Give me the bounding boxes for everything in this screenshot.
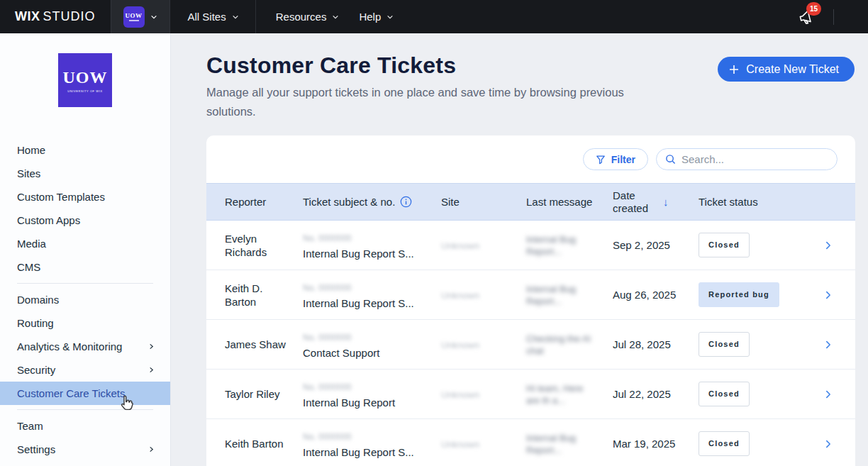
topbar-divider [255,0,256,33]
top-menu-resources[interactable]: Resources [266,0,350,33]
sidebar-item-label: Media [17,238,155,250]
ticket-status-cell: Reported bug [699,282,808,307]
sidebar: UOW UNIVERSITY OF WIX HomeSitesCustom Te… [0,33,171,466]
sidebar-item-custom-apps[interactable]: Custom Apps [0,209,170,232]
chevron-right-icon [823,240,833,250]
avatar-subtitle-bar [129,20,139,21]
create-button-label: Create New Ticket [746,63,839,76]
sidebar-item-label: Home [17,144,155,156]
date-created-cell: Mar 19, 2025 [613,437,699,450]
date-created-cell: Jul 28, 2025 [613,338,699,351]
column-header-ticket-subject[interactable]: Ticket subject & no. [303,196,441,209]
top-menu-all-sites[interactable]: All Sites [178,0,249,33]
topbar-right: 15 [798,8,868,26]
sidebar-item-home[interactable]: Home [0,138,170,162]
notifications-button[interactable]: 15 [798,8,816,26]
top-menu-label: All Sites [188,11,226,23]
wix-studio-logo[interactable]: WIXSTUDIO [0,9,111,24]
main-content: Customer Care Tickets Manage all your su… [171,33,868,466]
table-body: Evelyn Richards No. 0000000 Internal Bug… [206,221,855,466]
sidebar-item-customer-care-tickets[interactable]: Customer Care Tickets [0,382,170,405]
top-menu-help[interactable]: Help [349,0,404,33]
ticket-status-cell: Closed [699,233,808,257]
search-icon [665,154,676,165]
tickets-card: Filter Reporter Ticket subject & no. Sit… [206,135,855,466]
sidebar-item-security[interactable]: Security [0,358,170,382]
sidebar-item-label: Security [17,364,148,376]
top-menu: All SitesResourcesHelp [170,0,404,33]
table-row[interactable]: Keith Barton No. 0000000 Internal Bug Re… [206,419,855,466]
column-header-reporter[interactable]: Reporter [225,196,303,209]
column-header-last-message[interactable]: Last message [526,196,613,209]
ticket-status-cell: Closed [699,382,808,406]
open-ticket-chevron[interactable] [808,290,855,300]
plus-icon [729,65,739,74]
sidebar-item-cms[interactable]: CMS [0,255,170,279]
chevron-down-icon [386,13,394,21]
reporter-cell: Keith D. Barton [225,282,303,309]
account-switcher[interactable]: UOW [111,0,170,33]
search-box [656,148,838,170]
sidebar-item-label: Analytics & Monitoring [17,340,148,353]
ticket-subject-cell: No. 0000000 Internal Bug Report S... [303,280,441,310]
reporter-cell: Taylor Riley [225,387,303,401]
create-new-ticket-button[interactable]: Create New Ticket [718,57,855,82]
last-message-cell: Hi team, Here are th a... [526,382,613,406]
sidebar-item-label: Sites [17,167,155,179]
status-badge: Closed [699,431,750,456]
ticket-subject-text: Internal Bug Report S... [303,247,434,260]
table-row[interactable]: Keith D. Barton No. 0000000 Internal Bug… [206,270,855,320]
workspace-logo-subtitle: UNIVERSITY OF WIX [67,89,102,93]
notification-count-badge: 15 [806,2,821,16]
sidebar-item-media[interactable]: Media [0,232,170,255]
chevron-down-icon [332,13,339,21]
site-redacted: Unknown [441,289,479,302]
sidebar-item-label: Domains [17,294,155,306]
date-created-cell: Jul 22, 2025 [613,387,699,401]
sort-descending-icon[interactable]: ↓ [663,196,669,209]
sidebar-divider [17,283,153,284]
last-message-cell: Internal Bug Report... [526,432,613,456]
sidebar-item-settings[interactable]: Settings [0,438,170,461]
sidebar-item-routing[interactable]: Routing [0,311,170,335]
column-header-date-created[interactable]: Date created ↓ [613,189,699,215]
filter-button[interactable]: Filter [583,148,648,170]
site-redacted: Unknown [441,338,479,352]
sidebar-nav: HomeSitesCustom TemplatesCustom AppsMedi… [0,138,170,461]
site-cell: Unknown [441,338,526,352]
sidebar-item-custom-templates[interactable]: Custom Templates [0,185,170,209]
site-redacted: Unknown [441,438,479,451]
open-ticket-chevron[interactable] [808,240,855,250]
sidebar-item-label: Custom Templates [17,191,155,203]
column-header-site[interactable]: Site [441,196,526,209]
date-created-cell: Aug 26, 2025 [613,288,699,301]
info-icon[interactable] [400,196,412,208]
chevron-right-icon [823,439,833,449]
search-input[interactable] [681,153,828,165]
sidebar-item-domains[interactable]: Domains [0,288,170,311]
reporter-cell: James Shaw [225,338,303,351]
open-ticket-chevron[interactable] [808,340,855,350]
table-header-row: Reporter Ticket subject & no. Site Last … [206,183,855,221]
top-menu-label: Help [359,11,381,23]
ticket-subject-cell: No. 0000000 Contact Support [303,330,441,360]
column-header-ticket-status[interactable]: Ticket status [699,196,808,209]
table-row[interactable]: James Shaw No. 0000000 Contact Support U… [206,320,855,370]
sidebar-item-label: Team [17,420,155,432]
workspace-logo-acronym: UOW [63,68,108,87]
site-cell: Unknown [441,437,526,451]
last-message-redacted: Internal Bug Report... [526,233,591,257]
sidebar-item-analytics-monitoring[interactable]: Analytics & Monitoring [0,335,170,358]
open-ticket-chevron[interactable] [808,439,855,449]
chevron-right-icon [823,340,833,350]
workspace-logo[interactable]: UOW UNIVERSITY OF WIX [58,53,112,107]
table-row[interactable]: Taylor Riley No. 0000000 Internal Bug Re… [206,370,855,419]
studio-logo-text: STUDIO [43,9,96,23]
sidebar-divider [17,409,153,410]
chevron-down-icon [232,13,239,21]
date-created-cell: Sep 2, 2025 [613,238,699,252]
open-ticket-chevron[interactable] [808,389,855,399]
table-row[interactable]: Evelyn Richards No. 0000000 Internal Bug… [206,221,855,270]
sidebar-item-sites[interactable]: Sites [0,162,170,185]
sidebar-item-team[interactable]: Team [0,414,170,438]
